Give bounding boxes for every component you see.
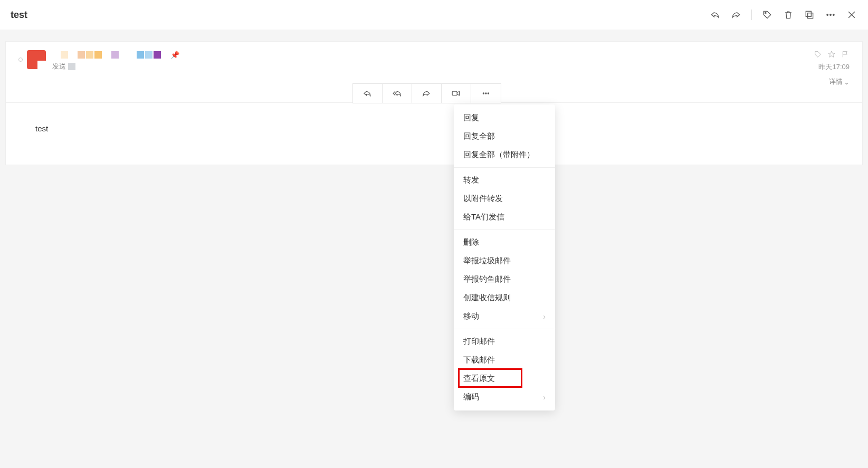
tb-video-icon[interactable] — [441, 84, 471, 103]
svg-point-0 — [765, 12, 766, 14]
svg-point-4 — [830, 14, 832, 16]
more-actions-menu: 回复 回复全部 回复全部（带附件） 转发 以附件转发 给TA们发信 删除 举报垃… — [454, 104, 555, 410]
more-icon[interactable] — [825, 9, 836, 21]
tag-icon[interactable] — [761, 9, 773, 21]
flag-icon[interactable] — [841, 50, 850, 60]
svg-point-8 — [485, 93, 486, 94]
svg-rect-6 — [452, 91, 457, 95]
svg-rect-1 — [806, 11, 811, 16]
menu-create-rule[interactable]: 创建收信规则 — [454, 289, 555, 307]
menu-print[interactable]: 打印邮件 — [454, 332, 555, 351]
sender-avatar[interactable] — [27, 50, 46, 69]
star-icon[interactable] — [827, 50, 836, 60]
menu-download[interactable]: 下载邮件 — [454, 351, 555, 369]
menu-report-spam[interactable]: 举报垃圾邮件 — [454, 252, 555, 270]
menu-reply[interactable]: 回复 — [454, 109, 555, 127]
label-icon[interactable] — [814, 50, 822, 60]
svg-point-3 — [827, 14, 828, 16]
svg-rect-2 — [808, 13, 813, 18]
message-toolbar — [352, 83, 501, 103]
delete-icon[interactable] — [783, 9, 794, 21]
header-actions — [709, 9, 857, 21]
menu-delete[interactable]: 删除 — [454, 233, 555, 252]
menu-forward[interactable]: 转发 — [454, 171, 555, 189]
tb-forward-icon[interactable] — [412, 84, 441, 103]
mail-body: test — [6, 102, 862, 165]
svg-point-7 — [483, 93, 484, 94]
menu-report-phishing[interactable]: 举报钓鱼邮件 — [454, 270, 555, 289]
chevron-down-icon: ⌄ — [844, 78, 850, 86]
window-icon[interactable] — [804, 9, 815, 21]
menu-reply-all-attach[interactable]: 回复全部（带附件） — [454, 146, 555, 164]
send-to-label: 发送 — [52, 62, 66, 71]
tb-reply-all-icon[interactable] — [382, 84, 412, 103]
menu-compose-to[interactable]: 给TA们发信 — [454, 208, 555, 226]
unread-dot — [18, 58, 23, 62]
card-meta: 昨天17:09 详情 ⌄ — [797, 50, 850, 87]
send-to-line: 发送 — [52, 62, 797, 71]
menu-reply-all[interactable]: 回复全部 — [454, 127, 555, 146]
details-toggle[interactable]: 详情 ⌄ — [797, 77, 850, 87]
body-text: test — [35, 124, 48, 133]
svg-point-5 — [833, 14, 835, 16]
mail-card: 📌 发送 昨天17:09 详情 ⌄ — [5, 41, 863, 165]
mail-subject: test — [11, 9, 27, 21]
chevron-right-icon: › — [543, 312, 546, 321]
sender-area: 📌 发送 — [52, 50, 797, 87]
sender-name-redacted: 📌 — [52, 50, 797, 60]
menu-move[interactable]: 移动› — [454, 307, 555, 326]
mail-header: test — [0, 0, 868, 30]
tb-more-icon[interactable] — [471, 84, 500, 103]
forward-icon[interactable] — [730, 9, 742, 21]
reply-icon[interactable] — [709, 9, 721, 21]
svg-point-9 — [488, 93, 489, 94]
menu-encoding[interactable]: 编码› — [454, 388, 555, 406]
tb-reply-icon[interactable] — [352, 84, 382, 103]
timestamp: 昨天17:09 — [818, 62, 850, 72]
close-icon[interactable] — [846, 9, 857, 21]
chevron-right-icon: › — [543, 393, 546, 402]
menu-forward-attach[interactable]: 以附件转发 — [454, 189, 555, 208]
separator — [751, 9, 752, 20]
menu-view-source[interactable]: 查看原文 — [454, 369, 555, 388]
